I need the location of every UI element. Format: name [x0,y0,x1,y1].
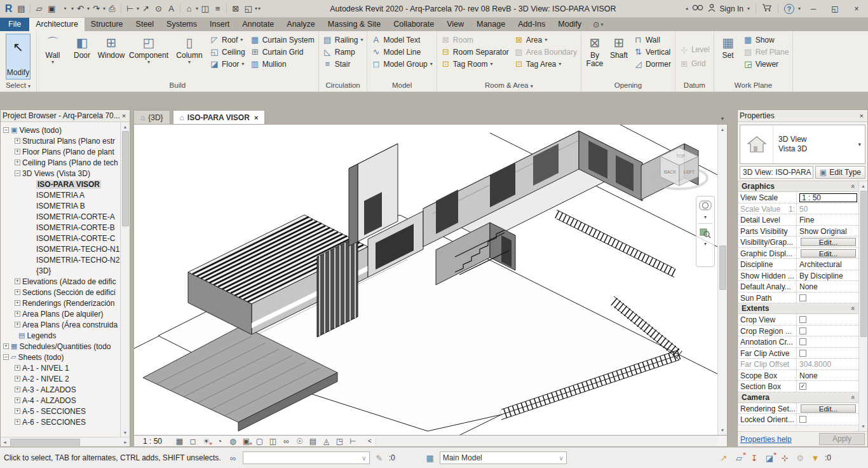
expand-icon[interactable]: + [3,343,9,349]
sync-dropdown-icon[interactable]: ▾ [71,6,74,11]
search-icon[interactable] [692,3,703,14]
scrollbar-thumb[interactable] [860,191,867,337]
edit-type-button[interactable]: ▣ Edit Type [815,166,865,179]
scroll-right-icon[interactable]: ► [121,440,130,444]
properties-toggle-icon[interactable]: ▤ [15,3,27,15]
show-crop-region-icon[interactable]: ▢ [254,436,266,446]
temporary-view-properties-icon[interactable]: ▤ [307,436,319,446]
tree-item-legends[interactable]: ▤Legends [1,330,120,341]
scroll-up-icon[interactable]: ▲ [861,181,865,191]
temporary-hide-isolate-icon[interactable]: ∞ [280,436,292,446]
sign-in-label[interactable]: Sign In [720,4,743,13]
property-row-crop-view[interactable]: Crop View [738,314,858,326]
tab-add-ins[interactable]: Add-Ins [512,18,552,31]
browser-horizontal-scrollbar[interactable]: ◄ ► [1,437,130,446]
annotation-crop-checkbox[interactable] [799,338,806,345]
design-options-icon[interactable]: ▦ [424,452,436,464]
close-icon[interactable]: × [858,112,865,120]
scroll-down-icon[interactable]: ▼ [861,422,865,431]
analytical-model-icon[interactable]: ◬ [320,436,332,446]
tree-item[interactable]: +Sections (Sección de edifici [1,287,120,298]
locked-orientation-checkbox[interactable] [799,416,806,423]
property-row-far-clip-active[interactable]: Far Clip Active [738,348,858,359]
model-group-button[interactable]: ◻Model Group▾ [369,58,435,70]
editing-requests-icon[interactable]: ✎ [374,452,385,464]
select-underlay-elements-toggle[interactable]: ▱× [733,452,745,464]
panel-label-select[interactable]: Select ▾ [0,81,36,92]
drag-elements-on-selection-toggle[interactable]: ⊹ [779,452,790,464]
tab-systems[interactable]: Systems [160,18,203,31]
tab-collaborate[interactable]: Collaborate [387,18,440,31]
modify-button[interactable]: ↖ Modify [6,34,31,79]
close-hidden-windows-icon[interactable]: ⊠ [229,3,241,15]
revit-logo-icon[interactable]: R [3,3,15,15]
tree-item[interactable]: {3D} [1,265,120,276]
expand-icon[interactable]: + [15,387,20,392]
expand-icon[interactable]: + [15,300,20,306]
expand-icon[interactable]: + [15,138,20,144]
model-3d-view[interactable] [134,125,719,436]
aligned-dimension-icon[interactable]: ↗ [140,3,152,15]
scrollbar-thumb[interactable] [122,131,129,226]
default-3d-view-icon[interactable]: ⌂ [183,3,195,15]
tree-item[interactable]: ISOMETRIA-CORTE-A [1,211,120,222]
zoom-icon[interactable] [700,227,711,240]
ramp-button[interactable]: ◺Ramp [320,46,366,58]
dormer-button[interactable]: ◿Dormer [631,58,674,70]
tree-item[interactable]: +A-3 - ALZADOS [1,384,120,395]
reveal-constraints-icon[interactable]: ⊢ [347,436,359,446]
curtain-system-button[interactable]: ▦Curtain System [248,34,317,46]
undo-icon[interactable]: ↶ [74,3,86,15]
property-row-crop-region[interactable]: Crop Region ... [738,326,858,337]
rendering-dialog-icon[interactable]: ◍ [227,436,239,446]
crop-view-icon[interactable]: ▣× [240,436,252,446]
expand-icon[interactable]: + [15,408,20,414]
select-elements-by-face-toggle[interactable]: ◪× [764,452,775,464]
tab-manage[interactable]: Manage [470,18,512,31]
tree-item[interactable]: +Ceiling Plans (Plano de tech [1,157,120,168]
tab-structure[interactable]: Structure [85,18,130,31]
property-row-visibility-graphics[interactable]: Visibility/Grap...Edit... [738,237,858,248]
property-row-show-hidden[interactable]: Show Hidden ...By Discipline [738,270,858,282]
curtain-grid-button[interactable]: ⊞Curtain Grid [248,46,317,58]
active-workset-combo[interactable]: ∨ [243,451,370,464]
panel-label-room-area[interactable]: Room & Area ▾ [437,81,581,92]
scroll-up-icon[interactable]: ▲ [721,125,725,134]
tree-item[interactable]: ISOMETRIA-CORTE-C [1,233,120,244]
type-selector[interactable]: 3D View Vista 3D ▾ [740,125,865,164]
type-selector-dropdown-icon[interactable]: ▾ [858,142,861,147]
far-clip-active-checkbox[interactable] [799,350,806,357]
property-row-rendering-settings[interactable]: Rendering Set...Edit... [738,403,858,415]
view-tab-list-icon[interactable]: ▾ [717,116,728,124]
tree-item[interactable]: +A-5 - SECCIONES [1,406,120,416]
component-button[interactable]: ◰Component▾ [126,32,172,81]
zoom-dropdown-icon[interactable]: ▾ [704,242,707,247]
tag-by-category-icon[interactable]: ⊙ [153,3,165,15]
properties-vertical-scrollbar[interactable]: ▲ ▼ [858,181,867,431]
design-option-combo[interactable]: Main Model∨ [440,451,567,464]
tree-item[interactable]: +A-1 - NIVEL 1 [1,362,120,373]
floor-button[interactable]: ◪Floor▾ [207,58,248,70]
area-button[interactable]: ⊠Area▾ [512,34,580,46]
rendering-settings-edit-button[interactable]: Edit... [801,404,856,413]
sign-in-dropdown-icon[interactable]: ▾ [747,6,750,11]
tab-file[interactable]: File [0,18,29,31]
column-button[interactable]: ▯Column▾ [172,32,207,81]
ribbon-display-toggle-icon[interactable]: ⊙ [593,20,599,29]
property-row-view-scale[interactable]: View Scale1 : 50 [738,192,858,203]
help-dropdown-icon[interactable]: ▾ [798,6,801,11]
undo-dropdown-icon[interactable]: ▾ [87,6,90,11]
measure-icon[interactable]: ⊢ [124,3,136,15]
tree-item-active-view[interactable]: ISO-PARA VISOR [1,179,120,189]
tree-item[interactable]: +A-6 - SECCIONES [1,416,120,427]
section-graphics[interactable]: Graphics« [738,181,858,192]
expand-icon[interactable]: + [15,311,20,317]
mullion-button[interactable]: ▥Mullion [248,58,317,70]
collapse-section-icon[interactable]: « [850,306,857,310]
canvas-vertical-scrollbar[interactable]: ▲ ▼ [717,125,727,435]
open-icon[interactable]: ▱ [33,3,45,15]
tree-item[interactable]: ISOMETRIA-TECHO-N1 [1,244,120,254]
property-row-discipline[interactable]: DisciplineArchitectural [738,259,858,270]
collapse-icon[interactable]: − [3,127,9,133]
railing-button[interactable]: ▤Railing▾ [320,34,366,46]
